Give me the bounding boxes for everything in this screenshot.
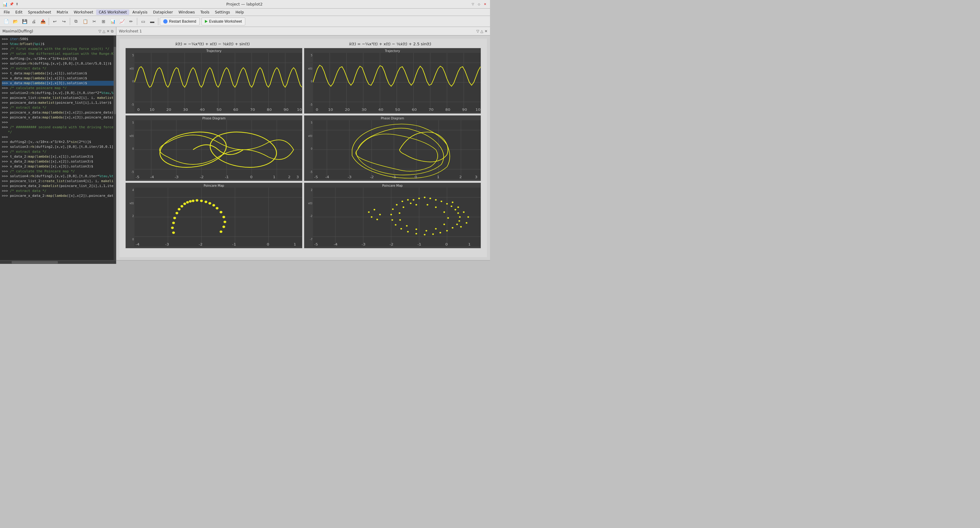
collapse-up-icon[interactable]: △	[103, 29, 105, 33]
menu-item-windows[interactable]: Windows	[176, 10, 197, 15]
panel-close-icon[interactable]: ✕	[107, 29, 110, 33]
trajectory1-svg: 0 10 20 30 40 50 60 70 80 90 100	[134, 53, 302, 112]
svg-point-101	[212, 204, 215, 207]
svg-point-93	[189, 200, 192, 203]
title-bar-title: Project — labplot2	[226, 2, 263, 6]
svg-text:-4: -4	[136, 243, 140, 246]
svg-text:-2: -2	[370, 175, 374, 179]
chart-poincare2: Poincare Map 2 v(t) -2 -7	[304, 183, 481, 248]
menu-item-analysis[interactable]: Analysis	[130, 10, 150, 15]
svg-text:2: 2	[288, 175, 290, 179]
restart-backend-button[interactable]: Restart Backend	[160, 17, 200, 25]
svg-point-168	[403, 207, 404, 208]
title-bar-left: 📊 📌 ⬆	[2, 2, 18, 7]
vertical-scrollbar[interactable]	[114, 35, 116, 260]
svg-text:0: 0	[415, 175, 417, 179]
chart-trajectory2: Trajectory 5 x(t) 0 -5	[304, 48, 481, 114]
right-scrollbar[interactable]	[116, 260, 490, 264]
svg-text:2: 2	[460, 175, 462, 179]
window-pin-icon[interactable]: 📌	[10, 2, 14, 6]
h-scrollbar-thumb[interactable]	[12, 261, 58, 263]
frame-button[interactable]: ▭	[139, 17, 147, 26]
pen-button[interactable]: ✏	[127, 17, 135, 26]
svg-point-97	[205, 200, 207, 203]
svg-point-96	[200, 200, 203, 202]
svg-point-169	[410, 203, 411, 204]
frame2-button[interactable]: ▬	[148, 17, 156, 26]
cas-line: >>> t_data:map(lambda([x],x[1]),solution…	[2, 71, 114, 76]
svg-point-167	[399, 212, 400, 214]
chart-trajectory1: Trajectory 5 x(t) 0 -5	[126, 48, 302, 114]
cas-line: >>> t_data_2:map(lambda([x],x[1]),soluti…	[2, 154, 114, 159]
phase1-svg: -5 -4 -3 -2 -1 0 1 2 3	[134, 120, 302, 179]
right-collapse-up-icon[interactable]: △	[480, 29, 483, 33]
svg-point-148	[400, 228, 402, 230]
scrollbar-thumb[interactable]	[114, 47, 116, 114]
svg-point-94	[192, 200, 194, 202]
svg-text:3: 3	[296, 175, 299, 179]
collapse-down-icon[interactable]: ▽	[98, 29, 101, 33]
cas-line: >>> /* extract data */	[2, 189, 114, 193]
menu-item-settings[interactable]: Settings	[213, 10, 232, 15]
svg-text:70: 70	[250, 108, 255, 112]
menu-item-worksheet[interactable]: Worksheet	[72, 10, 96, 15]
cut-button[interactable]: ✂	[90, 17, 99, 26]
copy-button[interactable]: ⧉	[72, 17, 80, 26]
save-button[interactable]: 💾	[20, 17, 29, 26]
minimize-button[interactable]: ▽	[470, 2, 475, 7]
paste-button[interactable]: 📋	[81, 17, 89, 26]
svg-text:30: 30	[362, 108, 367, 112]
svg-point-152	[392, 208, 393, 210]
svg-text:-2: -2	[199, 243, 203, 246]
svg-text:-5: -5	[314, 175, 318, 179]
cas-content[interactable]: >>> iter:500$ >>> %tau:bfloat(%pi)$ >>> …	[0, 35, 116, 260]
svg-point-112	[172, 231, 175, 234]
maximize-button[interactable]: ◇	[477, 2, 481, 7]
menu-item-spreadsheet[interactable]: Spreadsheet	[25, 10, 54, 15]
cas-line: >>> duffing2:[v,-v/10+x-x^3/4+2.5*sin(2*…	[2, 140, 114, 144]
chart-button[interactable]: 📊	[108, 17, 117, 26]
poincare2-svg: -5 -4 -3 -2 -1 0 1	[313, 188, 480, 246]
menu-item-cas-worksheet[interactable]: CAS Worksheet	[96, 10, 129, 15]
menu-item-edit[interactable]: Edit	[13, 10, 25, 15]
cas-line: >>> %tau:bfloat(%pi)$	[2, 42, 114, 46]
menu-item-file[interactable]: File	[1, 10, 12, 15]
horizontal-scrollbar[interactable]	[0, 260, 116, 264]
menu-item-datapicker[interactable]: Datapicker	[151, 10, 175, 15]
cas-line: >>> solution2:rk(duffing,[x,v],[0,0],[t,…	[2, 90, 114, 95]
menu-item-matrix[interactable]: Matrix	[54, 10, 71, 15]
svg-text:-5: -5	[314, 243, 318, 246]
svg-point-132	[435, 199, 436, 201]
right-collapse-down-icon[interactable]: ▽	[476, 29, 479, 33]
table-button[interactable]: ⊞	[99, 17, 108, 26]
right-close-icon[interactable]: ✕	[485, 29, 488, 33]
window-float-icon[interactable]: ⬆	[16, 2, 18, 6]
svg-point-134	[446, 203, 448, 205]
svg-text:30: 30	[183, 108, 188, 112]
plot-button[interactable]: 📈	[118, 17, 126, 26]
svg-text:-3: -3	[362, 243, 366, 246]
svg-point-153	[396, 204, 398, 206]
svg-point-151	[390, 214, 392, 216]
redo-button[interactable]: ↪	[60, 17, 68, 26]
evaluate-worksheet-button[interactable]: Evaluate Worksheet	[202, 17, 245, 25]
chart-phase1: Phase Diagram 5 v(t) 0 -5	[126, 116, 302, 181]
cas-line: >>> poincare_v_data:map(lambda([x],x[3])…	[2, 115, 114, 120]
svg-point-106	[173, 217, 176, 219]
svg-point-162	[435, 228, 436, 230]
open-button[interactable]: 📂	[11, 17, 20, 26]
panel-detach-icon[interactable]: ⧉	[111, 29, 114, 33]
undo-button[interactable]: ↩	[51, 17, 59, 26]
export-button[interactable]: 📤	[38, 17, 47, 26]
menu-item-help[interactable]: Help	[233, 10, 246, 15]
svg-point-131	[430, 198, 431, 199]
menu-item-tools[interactable]: Tools	[198, 10, 212, 15]
svg-point-107	[222, 216, 225, 218]
cas-line: >>> poincare_list_2:create_list(solution…	[2, 179, 114, 184]
new-button[interactable]: 📄	[2, 17, 10, 26]
equation1: ẍ(t) = −¼x³(t) + x(t) − ⅛ẋ(t) + sin(t)	[175, 42, 250, 46]
svg-text:20: 20	[166, 108, 171, 112]
svg-point-133	[441, 200, 442, 202]
print-button[interactable]: 🖨	[29, 17, 38, 26]
close-button[interactable]: ✕	[483, 2, 488, 7]
